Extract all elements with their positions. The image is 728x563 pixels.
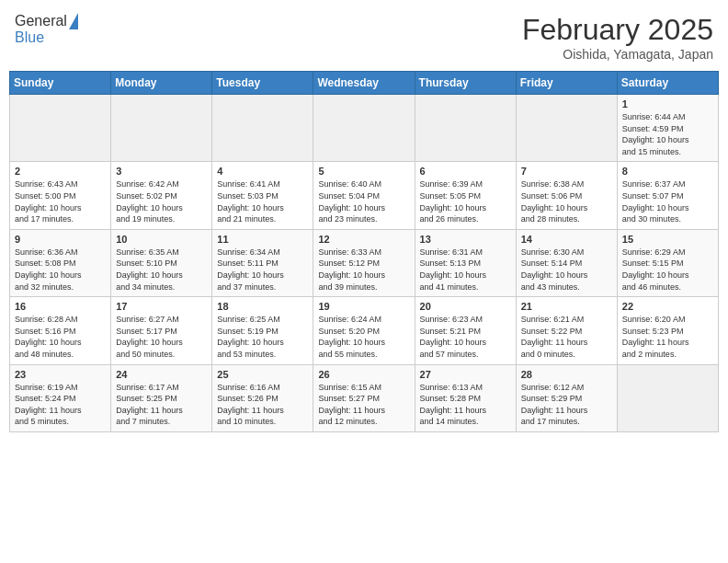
calendar-cell: 28Sunrise: 6:12 AM Sunset: 5:29 PM Dayli…: [516, 364, 617, 431]
week-row-4: 16Sunrise: 6:28 AM Sunset: 5:16 PM Dayli…: [10, 297, 719, 364]
day-number: 19: [318, 301, 409, 312]
day-info: Sunrise: 6:41 AM Sunset: 5:03 PM Dayligh…: [217, 178, 308, 224]
calendar-cell: 5Sunrise: 6:40 AM Sunset: 5:04 PM Daylig…: [313, 162, 415, 229]
calendar-cell: 9Sunrise: 6:36 AM Sunset: 5:08 PM Daylig…: [10, 229, 111, 296]
day-number: 27: [420, 369, 511, 380]
weekday-header-tuesday: Tuesday: [212, 72, 313, 95]
calendar-cell: 7Sunrise: 6:38 AM Sunset: 5:06 PM Daylig…: [516, 162, 617, 229]
day-number: 4: [217, 166, 308, 177]
day-info: Sunrise: 6:20 AM Sunset: 5:23 PM Dayligh…: [622, 314, 713, 360]
day-number: 15: [622, 234, 713, 245]
day-number: 3: [116, 166, 207, 177]
title-block: February 2025 Oishida, Yamagata, Japan: [522, 13, 713, 62]
day-number: 17: [116, 301, 207, 312]
day-number: 28: [521, 369, 612, 380]
calendar-cell: 25Sunrise: 6:16 AM Sunset: 5:26 PM Dayli…: [212, 364, 313, 431]
calendar-cell: [212, 95, 313, 162]
logo-triangle-icon: [69, 13, 78, 29]
calendar-cell: 2Sunrise: 6:43 AM Sunset: 5:00 PM Daylig…: [10, 162, 111, 229]
day-info: Sunrise: 6:16 AM Sunset: 5:26 PM Dayligh…: [217, 382, 308, 428]
day-number: 9: [15, 234, 106, 245]
logo-general-text: General: [15, 13, 67, 29]
calendar-cell: 21Sunrise: 6:21 AM Sunset: 5:22 PM Dayli…: [516, 297, 617, 364]
logo: General Blue: [15, 13, 78, 46]
weekday-header-sunday: Sunday: [10, 72, 111, 95]
weekday-header-monday: Monday: [111, 72, 212, 95]
calendar-cell: 11Sunrise: 6:34 AM Sunset: 5:11 PM Dayli…: [212, 229, 313, 296]
day-info: Sunrise: 6:37 AM Sunset: 5:07 PM Dayligh…: [622, 178, 713, 224]
day-number: 21: [521, 301, 612, 312]
calendar-cell: 1Sunrise: 6:44 AM Sunset: 4:59 PM Daylig…: [617, 95, 718, 162]
day-info: Sunrise: 6:17 AM Sunset: 5:25 PM Dayligh…: [116, 382, 207, 428]
calendar-cell: 22Sunrise: 6:20 AM Sunset: 5:23 PM Dayli…: [617, 297, 718, 364]
week-row-5: 23Sunrise: 6:19 AM Sunset: 5:24 PM Dayli…: [10, 364, 719, 431]
calendar-cell: [617, 364, 718, 431]
day-info: Sunrise: 6:24 AM Sunset: 5:20 PM Dayligh…: [318, 314, 409, 360]
day-info: Sunrise: 6:39 AM Sunset: 5:05 PM Dayligh…: [420, 178, 511, 224]
day-number: 7: [521, 166, 612, 177]
calendar-cell: 8Sunrise: 6:37 AM Sunset: 5:07 PM Daylig…: [617, 162, 718, 229]
day-info: Sunrise: 6:35 AM Sunset: 5:10 PM Dayligh…: [116, 247, 207, 293]
calendar-cell: 3Sunrise: 6:42 AM Sunset: 5:02 PM Daylig…: [111, 162, 212, 229]
week-row-1: 1Sunrise: 6:44 AM Sunset: 4:59 PM Daylig…: [10, 95, 719, 162]
day-number: 8: [622, 166, 713, 177]
calendar-cell: 23Sunrise: 6:19 AM Sunset: 5:24 PM Dayli…: [10, 364, 111, 431]
weekday-header-thursday: Thursday: [415, 72, 516, 95]
page-header: General Blue February 2025 Oishida, Yama…: [9, 9, 719, 65]
day-info: Sunrise: 6:40 AM Sunset: 5:04 PM Dayligh…: [318, 178, 409, 224]
month-title: February 2025: [522, 13, 713, 47]
day-number: 18: [217, 301, 308, 312]
calendar-cell: [415, 95, 516, 162]
calendar-cell: 26Sunrise: 6:15 AM Sunset: 5:27 PM Dayli…: [313, 364, 415, 431]
day-number: 12: [318, 234, 409, 245]
calendar-cell: 14Sunrise: 6:30 AM Sunset: 5:14 PM Dayli…: [516, 229, 617, 296]
location-title: Oishida, Yamagata, Japan: [522, 47, 713, 62]
day-number: 16: [15, 301, 106, 312]
weekday-header-saturday: Saturday: [617, 72, 718, 95]
day-number: 1: [622, 98, 713, 109]
day-number: 24: [116, 369, 207, 380]
day-info: Sunrise: 6:27 AM Sunset: 5:17 PM Dayligh…: [116, 314, 207, 360]
day-info: Sunrise: 6:43 AM Sunset: 5:00 PM Dayligh…: [15, 178, 106, 224]
calendar-cell: 16Sunrise: 6:28 AM Sunset: 5:16 PM Dayli…: [10, 297, 111, 364]
day-info: Sunrise: 6:36 AM Sunset: 5:08 PM Dayligh…: [15, 247, 106, 293]
calendar-cell: 4Sunrise: 6:41 AM Sunset: 5:03 PM Daylig…: [212, 162, 313, 229]
day-number: 11: [217, 234, 308, 245]
day-number: 5: [318, 166, 409, 177]
day-info: Sunrise: 6:38 AM Sunset: 5:06 PM Dayligh…: [521, 178, 612, 224]
day-info: Sunrise: 6:29 AM Sunset: 5:15 PM Dayligh…: [622, 247, 713, 293]
calendar-cell: 12Sunrise: 6:33 AM Sunset: 5:12 PM Dayli…: [313, 229, 415, 296]
calendar-cell: 6Sunrise: 6:39 AM Sunset: 5:05 PM Daylig…: [415, 162, 516, 229]
calendar-cell: 18Sunrise: 6:25 AM Sunset: 5:19 PM Dayli…: [212, 297, 313, 364]
calendar-table: SundayMondayTuesdayWednesdayThursdayFrid…: [9, 71, 719, 432]
calendar-cell: 19Sunrise: 6:24 AM Sunset: 5:20 PM Dayli…: [313, 297, 415, 364]
calendar-cell: [313, 95, 415, 162]
weekday-header-friday: Friday: [516, 72, 617, 95]
calendar-cell: 20Sunrise: 6:23 AM Sunset: 5:21 PM Dayli…: [415, 297, 516, 364]
week-row-2: 2Sunrise: 6:43 AM Sunset: 5:00 PM Daylig…: [10, 162, 719, 229]
weekday-header-wednesday: Wednesday: [313, 72, 415, 95]
day-info: Sunrise: 6:25 AM Sunset: 5:19 PM Dayligh…: [217, 314, 308, 360]
calendar-cell: 10Sunrise: 6:35 AM Sunset: 5:10 PM Dayli…: [111, 229, 212, 296]
day-number: 26: [318, 369, 409, 380]
calendar-cell: 17Sunrise: 6:27 AM Sunset: 5:17 PM Dayli…: [111, 297, 212, 364]
day-info: Sunrise: 6:28 AM Sunset: 5:16 PM Dayligh…: [15, 314, 106, 360]
day-info: Sunrise: 6:33 AM Sunset: 5:12 PM Dayligh…: [318, 247, 409, 293]
calendar-cell: [10, 95, 111, 162]
day-number: 22: [622, 301, 713, 312]
day-number: 13: [420, 234, 511, 245]
logo-blue-text: Blue: [15, 29, 44, 46]
calendar-cell: 13Sunrise: 6:31 AM Sunset: 5:13 PM Dayli…: [415, 229, 516, 296]
day-info: Sunrise: 6:13 AM Sunset: 5:28 PM Dayligh…: [420, 382, 511, 428]
day-info: Sunrise: 6:44 AM Sunset: 4:59 PM Dayligh…: [622, 111, 713, 157]
day-info: Sunrise: 6:42 AM Sunset: 5:02 PM Dayligh…: [116, 178, 207, 224]
day-number: 23: [15, 369, 106, 380]
day-number: 20: [420, 301, 511, 312]
day-info: Sunrise: 6:12 AM Sunset: 5:29 PM Dayligh…: [521, 382, 612, 428]
calendar-cell: [111, 95, 212, 162]
day-info: Sunrise: 6:31 AM Sunset: 5:13 PM Dayligh…: [420, 247, 511, 293]
day-number: 2: [15, 166, 106, 177]
day-number: 25: [217, 369, 308, 380]
calendar-cell: 15Sunrise: 6:29 AM Sunset: 5:15 PM Dayli…: [617, 229, 718, 296]
calendar-cell: [516, 95, 617, 162]
